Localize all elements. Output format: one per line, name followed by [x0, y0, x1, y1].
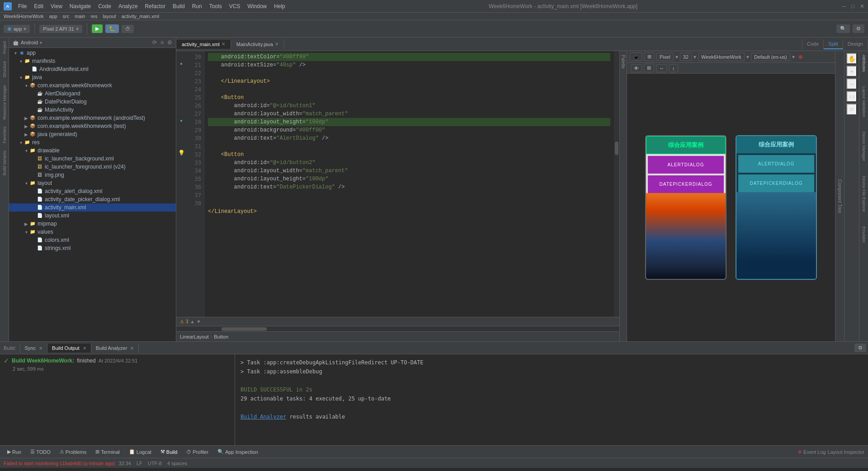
menu-tools[interactable]: Tools	[207, 2, 225, 10]
tree-item-manifests[interactable]: ▾ 📁 manifests	[9, 57, 176, 65]
menu-view[interactable]: View	[48, 2, 65, 10]
preview-phone-icon[interactable]: 📱	[630, 52, 642, 61]
menu-run[interactable]: Run	[189, 2, 205, 10]
tree-item-package-test[interactable]: ▶ 📦 com.example.week6homework (test)	[9, 122, 176, 130]
tree-item-layout[interactable]: ▾ 📁 layout	[9, 179, 176, 187]
warning-down-icon[interactable]: ▼	[196, 319, 201, 324]
menu-help[interactable]: Help	[271, 2, 288, 10]
build-output-tab[interactable]: Build Output ✕	[47, 344, 91, 353]
profile-button[interactable]: ⏱	[122, 25, 134, 33]
menu-analyze[interactable]: Analyze	[116, 2, 141, 10]
logcat-btn[interactable]: 📋 Logcat	[125, 448, 155, 456]
editor-scrollbar[interactable]	[614, 51, 619, 317]
tree-item-drawable[interactable]: ▾ 📁 drawable	[9, 146, 176, 155]
close-tab-icon[interactable]: ✕	[275, 42, 278, 47]
breadcrumb-item-file[interactable]: activity_main.xml	[121, 14, 159, 19]
zoom-out-btn[interactable]: −	[846, 78, 857, 89]
search-button[interactable]: 🔍	[836, 24, 850, 33]
layout-inspector-label[interactable]: Layout Inspector	[828, 449, 864, 455]
breadcrumb-linearlayout[interactable]: LinearLayout	[180, 334, 209, 339]
menu-refactor[interactable]: Refactor	[142, 2, 168, 10]
encoding[interactable]: UTF-8	[148, 461, 162, 466]
code-content[interactable]: android:textColor="#00ff99" android:text…	[204, 51, 614, 317]
code-mode-tab[interactable]: Code	[802, 39, 824, 49]
settings-button[interactable]: ⚙	[853, 24, 864, 33]
tab-mainactivity-java[interactable]: MainActivity.java ✕	[231, 40, 284, 49]
preview-locale-selector[interactable]: Default (en-us)	[751, 53, 790, 61]
menu-edit[interactable]: Edit	[31, 2, 46, 10]
tree-item-activity-main-xml[interactable]: 📄 activity_main.xml	[9, 203, 176, 212]
scroll-thumb[interactable]	[615, 141, 618, 155]
palette-tab[interactable]: Palette	[620, 51, 627, 341]
tab-activity-main-xml[interactable]: activity_main.xml ✕	[176, 40, 231, 49]
breadcrumb-item-res[interactable]: res	[90, 14, 97, 19]
breadcrumb-item-src[interactable]: src	[63, 14, 70, 19]
menu-file[interactable]: File	[15, 2, 29, 10]
build-bottom-btn[interactable]: ⚒ Build	[157, 448, 181, 456]
tree-item-strings-xml[interactable]: 📄 strings.xml	[9, 244, 176, 252]
preview-api-selector[interactable]: 32	[680, 53, 692, 61]
close-tab-icon[interactable]: ✕	[222, 42, 225, 47]
tree-item-alertdialogand[interactable]: ☕ AlertDialogand	[9, 89, 176, 98]
zoom-fit-btn[interactable]: 1:1	[846, 91, 857, 102]
todo-btn[interactable]: ☰ TODO	[27, 448, 54, 456]
favorites-tab[interactable]: Favorites	[1, 125, 8, 145]
app-inspection-btn[interactable]: 🔍 App Inspection	[214, 448, 262, 456]
problems-btn[interactable]: ⚠ Problems	[56, 448, 90, 456]
sync-tab-close[interactable]: ✕	[39, 346, 42, 351]
run-button[interactable]: ▶	[92, 24, 103, 33]
build-analyzer-link[interactable]: Build Analyzer	[241, 414, 286, 420]
layout-validation-tab[interactable]: Layout Validation	[861, 85, 867, 119]
tree-item-date-picker-xml[interactable]: 📄 activity_date_picker_dialog.xml	[9, 195, 176, 203]
tree-item-java-generated[interactable]: ▶ 📦 java (generated)	[9, 130, 176, 138]
minimize-btn[interactable]: ─	[842, 3, 846, 9]
run-bottom-btn[interactable]: ▶ Run	[4, 448, 25, 456]
project-collapse-btn[interactable]: ≡	[160, 39, 164, 46]
tree-item-colors-xml[interactable]: 📄 colors.xml	[9, 236, 176, 244]
build-output-content[interactable]: > Task :app:createDebugApkListingFileRed…	[235, 354, 868, 445]
breadcrumb-item-app[interactable]: app	[49, 14, 57, 19]
zoom-screen-btn[interactable]: ⊡	[846, 104, 857, 114]
tree-item-alert-dialog-xml[interactable]: 📄 activity_alert_dialog.xml	[9, 187, 176, 195]
preview-grid-icon[interactable]: ⊞	[644, 52, 655, 61]
menu-window[interactable]: Window	[245, 2, 269, 10]
tree-item-values[interactable]: ▾ 📁 values	[9, 228, 176, 236]
tree-item-package-androidtest[interactable]: ▶ 📦 com.example.week6homework (androidTe…	[9, 114, 176, 122]
preview-theme-selector[interactable]: Week6HomeWork	[698, 53, 745, 61]
build-analyzer-close[interactable]: ✕	[130, 346, 134, 351]
tree-item-androidmanifest[interactable]: 📄 AndroidManifest.xml	[9, 65, 176, 73]
structure-tab[interactable]: Structure	[1, 59, 8, 80]
close-btn[interactable]: ✕	[860, 3, 864, 9]
tree-item-app[interactable]: ▾ ◉ app	[9, 49, 176, 57]
build-analyzer-tab[interactable]: Build Analyzer ✕	[91, 344, 139, 353]
build-output-close[interactable]: ✕	[83, 346, 86, 351]
attributes-tab[interactable]: Attributes	[861, 53, 867, 74]
tree-item-mainactivity[interactable]: ☕ MainActivity	[9, 106, 176, 114]
breadcrumb-item-layout[interactable]: layout	[103, 14, 116, 19]
project-sync-btn[interactable]: ⟳	[152, 39, 157, 46]
profiler-btn[interactable]: ⏱ Profiler	[183, 448, 212, 456]
menu-vcs[interactable]: VCS	[226, 2, 243, 10]
event-log-label[interactable]: Event Log	[803, 449, 826, 455]
editor-hscrollbar[interactable]	[176, 326, 619, 331]
preview-vertical-icon[interactable]: ↕	[669, 64, 678, 72]
project-settings-btn[interactable]: ⚙	[167, 39, 172, 46]
tree-item-layout-xml[interactable]: 📄 layout.xml	[9, 212, 176, 220]
build-settings-btn[interactable]: ⚙	[854, 344, 866, 352]
code-editor[interactable]: ● ● 💡 20	[176, 51, 619, 317]
tree-item-ic-launcher-bg[interactable]: 🖼 ic_launcher_background.xml	[9, 155, 176, 163]
tree-item-package-main[interactable]: ▾ 📦 com.example.week6homework	[9, 81, 176, 89]
menu-code[interactable]: Code	[95, 2, 114, 10]
warning-up-icon[interactable]: ▲	[190, 319, 195, 324]
preview-layout-icon[interactable]: ⊞	[644, 64, 654, 72]
tree-item-res[interactable]: ▾ 📁 res	[9, 138, 176, 146]
preview-eye-icon[interactable]: 👁	[631, 64, 642, 72]
split-mode-tab[interactable]: Split	[824, 39, 843, 49]
device-file-explorer-tab[interactable]: Device File Explorer	[861, 174, 867, 214]
menu-navigate[interactable]: Navigate	[67, 2, 94, 10]
device-selector[interactable]: Pixel 2 API 31 ▾	[39, 25, 82, 33]
hand-tool-btn[interactable]: ✋	[846, 53, 857, 64]
project-tab[interactable]: Project	[1, 39, 8, 56]
design-mode-tab[interactable]: Design	[843, 39, 868, 49]
tree-item-mipmap[interactable]: ▶ 📁 mipmap	[9, 220, 176, 228]
